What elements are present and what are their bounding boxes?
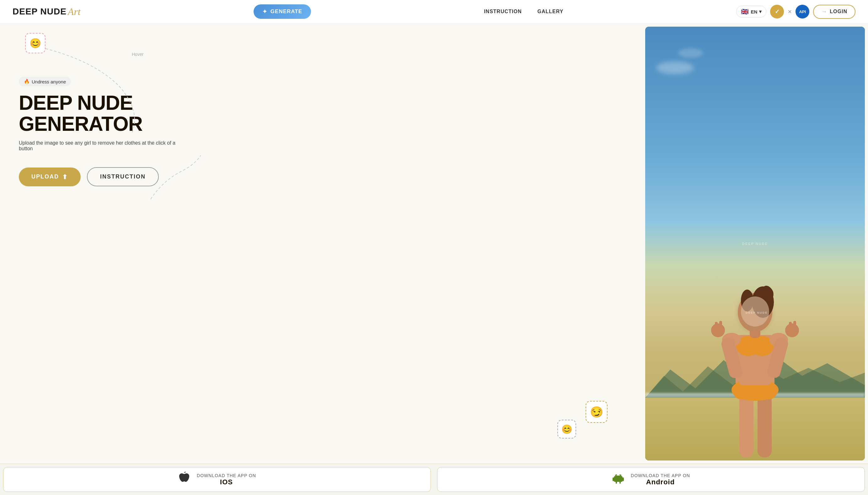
svg-point-17 — [711, 323, 725, 337]
emoji-decoration-top: 😊 — [25, 33, 46, 53]
badge: 🔥 Undress anyone — [19, 77, 71, 86]
nav-gallery[interactable]: GALLERY — [538, 9, 564, 14]
divider: ✕ — [788, 9, 792, 15]
svg-rect-29 — [613, 477, 614, 481]
twitter-button[interactable]: ✓ — [770, 5, 784, 18]
apple-icon — [178, 472, 190, 487]
android-icon — [612, 472, 625, 487]
svg-text:DEEP NUDE: DEEP NUDE — [746, 311, 768, 314]
cloud-1 — [656, 62, 694, 74]
language-selector[interactable]: 🇬🇧 EN ▾ — [736, 6, 766, 18]
svg-rect-6 — [733, 383, 777, 399]
generate-button[interactable]: ✦ GENERATE — [254, 4, 311, 19]
upload-icon: ⬆ — [62, 173, 68, 181]
hero-content: 🔥 Undress anyone DEEP NUDE GENERATOR Upl… — [19, 77, 626, 186]
footer: DOWNLOAD THE APP ON IOS DOWNLOAD THE APP… — [0, 464, 868, 495]
figure-svg: DEEP NUDE — [702, 275, 809, 461]
svg-rect-30 — [623, 477, 624, 481]
left-panel: 😊 Hover 🔥 Undress anyone DEEP NUDE GENER… — [0, 23, 645, 464]
svg-rect-21 — [789, 322, 792, 331]
cloud-2 — [678, 48, 703, 58]
instruction-button[interactable]: INSTRUCTION — [87, 167, 159, 186]
wand-icon: ✦ — [262, 8, 267, 15]
api-button[interactable]: API — [796, 5, 809, 18]
emoji-bottom1-icon: 😏 — [590, 406, 603, 418]
flag-icon: 🇬🇧 — [741, 8, 749, 15]
emoji-top-icon: 😊 — [30, 38, 41, 49]
emoji-decoration-bottom2: 😊 — [557, 420, 576, 439]
main-title: DEEP NUDE GENERATOR — [19, 92, 626, 135]
ios-app-text: DOWNLOAD THE APP ON IOS — [197, 473, 256, 486]
nav-instruction[interactable]: INSTRUCTION — [484, 9, 522, 14]
ios-pre-text: DOWNLOAD THE APP ON — [197, 473, 256, 478]
svg-rect-18 — [715, 322, 718, 331]
emoji-bottom2-icon: 😊 — [561, 424, 573, 434]
ios-main-text: IOS — [197, 478, 256, 486]
logo-art: Art — [68, 6, 81, 18]
main-nav: INSTRUCTION GALLERY — [484, 9, 563, 14]
svg-point-20 — [785, 323, 799, 337]
upload-label: UPLOAD — [31, 173, 59, 180]
subtitle: Upload the image to see any girl to remo… — [19, 140, 176, 152]
svg-rect-19 — [719, 321, 722, 331]
instruction-label: INSTRUCTION — [100, 173, 146, 180]
hero-image-panel: DEEP NUDE DEEP NUDE — [645, 27, 865, 461]
svg-rect-7 — [739, 363, 771, 385]
android-main-text: Android — [631, 478, 690, 486]
title-line1: DEEP NUDE — [19, 91, 133, 114]
emoji-decoration-bottom1: 😏 — [585, 401, 608, 423]
android-pre-text: DOWNLOAD THE APP ON — [631, 473, 690, 478]
login-button[interactable]: → LOGIN — [813, 5, 855, 19]
title-line2: GENERATOR — [19, 113, 142, 135]
lang-code: EN — [751, 9, 757, 14]
main-content: 😊 Hover 🔥 Undress anyone DEEP NUDE GENER… — [0, 23, 868, 464]
check-icon: ✓ — [775, 8, 780, 15]
beach-scene: DEEP NUDE DEEP NUDE — [645, 27, 865, 461]
logo: DEEP NUDE Art — [13, 6, 81, 18]
generate-label: GENERATE — [271, 8, 302, 15]
ios-app-download[interactable]: DOWNLOAD THE APP ON IOS — [3, 467, 431, 492]
login-label: LOGIN — [830, 9, 847, 14]
fire-icon: 🔥 — [24, 79, 30, 84]
header: DEEP NUDE Art ✦ GENERATE INSTRUCTION GAL… — [0, 0, 868, 23]
hover-label: Hover — [132, 52, 143, 57]
android-app-text: DOWNLOAD THE APP ON Android — [631, 473, 690, 486]
badge-text: Undress anyone — [32, 79, 66, 84]
login-arrow-icon: → — [821, 8, 827, 15]
logo-text: DEEP NUDE — [13, 6, 67, 17]
svg-rect-22 — [793, 321, 796, 331]
api-label: API — [799, 10, 806, 14]
chevron-down-icon: ▾ — [759, 9, 762, 14]
action-buttons: UPLOAD ⬆ INSTRUCTION — [19, 167, 626, 186]
header-right: 🇬🇧 EN ▾ ✓ ✕ API → LOGIN — [736, 5, 855, 19]
upload-button[interactable]: UPLOAD ⬆ — [19, 168, 81, 186]
android-app-download[interactable]: DOWNLOAD THE APP ON Android — [437, 467, 865, 492]
